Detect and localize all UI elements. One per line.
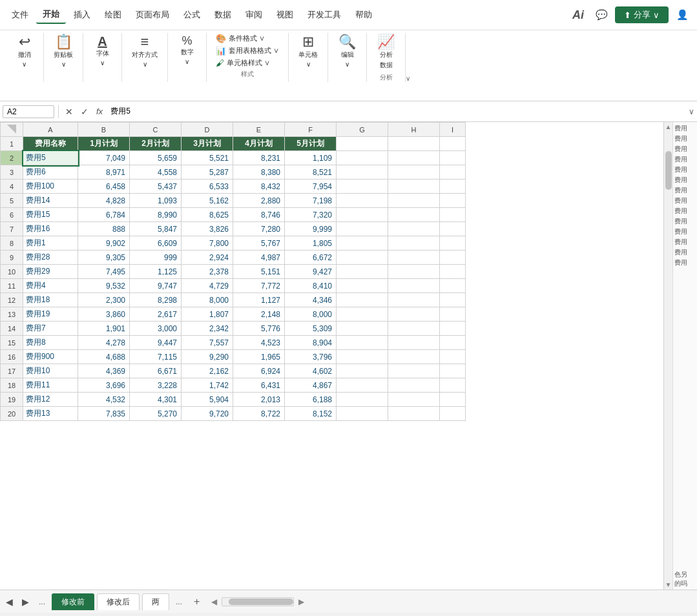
col-header-E[interactable]: E bbox=[233, 123, 285, 137]
header-cell-3[interactable]: 3月计划 bbox=[182, 137, 233, 151]
menu-start[interactable]: 开始 bbox=[36, 6, 66, 24]
cell-r13-c0[interactable]: 费用19 bbox=[23, 307, 78, 322]
cell-r11-c0[interactable]: 费用4 bbox=[23, 279, 78, 293]
header-cell-2[interactable]: 2月计划 bbox=[130, 137, 182, 151]
cell-r13-c2[interactable]: 2,617 bbox=[130, 307, 182, 322]
cell-r20-c0[interactable]: 费用13 bbox=[23, 407, 78, 421]
cell-r16-c4[interactable]: 1,965 bbox=[233, 350, 285, 364]
cell-r5-c1[interactable]: 4,828 bbox=[78, 194, 130, 208]
col-header-D[interactable]: D bbox=[182, 123, 233, 137]
cell-r3-c0[interactable]: 费用6 bbox=[23, 165, 78, 180]
menu-review[interactable]: 审阅 bbox=[239, 6, 269, 23]
cell-r20-c3[interactable]: 9,720 bbox=[182, 407, 233, 421]
cell-r14-c2[interactable]: 3,000 bbox=[130, 322, 182, 336]
table-format-button[interactable]: 📊 套用表格格式 ∨ bbox=[213, 45, 282, 56]
tab-nav-next[interactable]: ▶ bbox=[19, 595, 32, 608]
cell-r11-c2[interactable]: 9,747 bbox=[130, 279, 182, 293]
cell-r19-c5[interactable]: 6,188 bbox=[285, 393, 337, 407]
number-button[interactable]: % 数字 ∨ bbox=[176, 33, 199, 67]
cell-r2-c3[interactable]: 5,521 bbox=[182, 151, 233, 165]
cell-r11-c4[interactable]: 7,772 bbox=[233, 279, 285, 293]
cell-r6-c5[interactable]: 7,320 bbox=[285, 208, 337, 222]
row-num-19[interactable]: 19 bbox=[1, 393, 23, 407]
vertical-scrollbar[interactable]: ▲ ▼ bbox=[663, 122, 672, 590]
menu-formula[interactable]: 公式 bbox=[177, 6, 207, 23]
cell-r15-c2[interactable]: 9,447 bbox=[130, 336, 182, 350]
tab-both[interactable]: 两 bbox=[142, 593, 169, 610]
formula-dropdown-icon[interactable]: ∨ bbox=[689, 107, 694, 116]
cell-r7-c5[interactable]: 9,999 bbox=[285, 222, 337, 236]
row-num-20[interactable]: 20 bbox=[1, 407, 23, 421]
cell-r12-c3[interactable]: 8,000 bbox=[182, 293, 233, 307]
cell-r3-c5[interactable]: 8,521 bbox=[285, 165, 337, 180]
analysis-button[interactable]: 📈 分析 数据 bbox=[374, 33, 398, 72]
row-num-18[interactable]: 18 bbox=[1, 378, 23, 393]
cell-r20-c5[interactable]: 8,152 bbox=[285, 407, 337, 421]
tab-nav-prev[interactable]: ◀ bbox=[3, 595, 16, 608]
col-header-F[interactable]: F bbox=[285, 123, 337, 137]
col-header-I[interactable]: I bbox=[440, 123, 466, 137]
scroll-up-arrow[interactable]: ▲ bbox=[664, 122, 672, 132]
row-num-11[interactable]: 11 bbox=[1, 279, 23, 293]
row-num-7[interactable]: 7 bbox=[1, 222, 23, 236]
cell-r19-c1[interactable]: 4,532 bbox=[78, 393, 130, 407]
tab-after[interactable]: 修改后 bbox=[97, 593, 140, 610]
row-num-17[interactable]: 17 bbox=[1, 364, 23, 378]
cell-r15-c3[interactable]: 7,557 bbox=[182, 336, 233, 350]
share-button[interactable]: ⬆ 分享 ∨ bbox=[615, 6, 669, 23]
cell-r7-c4[interactable]: 7,280 bbox=[233, 222, 285, 236]
undo-button[interactable]: ↩ 撤消 ∨ bbox=[13, 33, 36, 70]
tab-nav-dots[interactable]: ... bbox=[35, 596, 49, 608]
cell-r16-c1[interactable]: 4,688 bbox=[78, 350, 130, 364]
cell-r10-c0[interactable]: 费用29 bbox=[23, 265, 78, 279]
menu-data[interactable]: 数据 bbox=[208, 6, 238, 23]
cell-r10-c3[interactable]: 2,378 bbox=[182, 265, 233, 279]
cell-r7-c2[interactable]: 5,847 bbox=[130, 222, 182, 236]
cell-r6-c2[interactable]: 8,990 bbox=[130, 208, 182, 222]
horizontal-scrollbar[interactable] bbox=[222, 597, 294, 606]
cell-r4-c4[interactable]: 8,432 bbox=[233, 180, 285, 194]
cell-r9-c3[interactable]: 2,924 bbox=[182, 251, 233, 265]
cell-r2-c1[interactable]: 7,049 bbox=[78, 151, 130, 165]
cell-r12-c0[interactable]: 费用18 bbox=[23, 293, 78, 307]
menu-file[interactable]: 文件 bbox=[5, 6, 35, 23]
cell-r8-c4[interactable]: 5,767 bbox=[233, 236, 285, 251]
cell-r6-c4[interactable]: 8,746 bbox=[233, 208, 285, 222]
cell-r17-c0[interactable]: 费用10 bbox=[23, 364, 78, 378]
cell-r13-c3[interactable]: 1,807 bbox=[182, 307, 233, 322]
cell-r5-c0[interactable]: 费用14 bbox=[23, 194, 78, 208]
cell-r8-c5[interactable]: 1,805 bbox=[285, 236, 337, 251]
cell-r10-c1[interactable]: 7,495 bbox=[78, 265, 130, 279]
cell-r16-c5[interactable]: 3,796 bbox=[285, 350, 337, 364]
cell-r19-c3[interactable]: 5,904 bbox=[182, 393, 233, 407]
cell-r7-c3[interactable]: 3,826 bbox=[182, 222, 233, 236]
header-cell-5[interactable]: 5月计划 bbox=[285, 137, 337, 151]
cell-r11-c5[interactable]: 8,410 bbox=[285, 279, 337, 293]
cell-r18-c1[interactable]: 3,696 bbox=[78, 378, 130, 393]
cell-r18-c5[interactable]: 4,867 bbox=[285, 378, 337, 393]
cells-button[interactable]: ⊞ 单元格 ∨ bbox=[295, 33, 321, 70]
cell-r6-c3[interactable]: 8,625 bbox=[182, 208, 233, 222]
row-num-8[interactable]: 8 bbox=[1, 236, 23, 251]
scroll-thumb-v[interactable] bbox=[665, 151, 672, 190]
cell-r4-c2[interactable]: 5,437 bbox=[130, 180, 182, 194]
editing-button[interactable]: 🔍 编辑 ∨ bbox=[335, 33, 359, 70]
cell-r9-c2[interactable]: 999 bbox=[130, 251, 182, 265]
cell-r3-c1[interactable]: 8,971 bbox=[78, 165, 130, 180]
user-icon[interactable]: 👤 bbox=[672, 5, 692, 25]
cell-r13-c4[interactable]: 2,148 bbox=[233, 307, 285, 322]
cell-r14-c0[interactable]: 费用7 bbox=[23, 322, 78, 336]
cancel-formula-icon[interactable]: ✕ bbox=[63, 105, 76, 118]
cell-r14-c1[interactable]: 1,901 bbox=[78, 322, 130, 336]
cell-r6-c0[interactable]: 费用15 bbox=[23, 208, 78, 222]
confirm-formula-icon[interactable]: ✓ bbox=[78, 105, 91, 118]
cell-style-button[interactable]: 🖌 单元格样式 ∨ bbox=[213, 57, 282, 68]
cell-r19-c0[interactable]: 费用12 bbox=[23, 393, 78, 407]
cell-r15-c0[interactable]: 费用8 bbox=[23, 336, 78, 350]
tab-before[interactable]: 修改前 bbox=[52, 593, 94, 610]
cell-r19-c4[interactable]: 2,013 bbox=[233, 393, 285, 407]
cell-r7-c1[interactable]: 888 bbox=[78, 222, 130, 236]
cell-r18-c0[interactable]: 费用11 bbox=[23, 378, 78, 393]
scroll-h-right[interactable]: ▶ bbox=[298, 597, 304, 606]
col-header-G[interactable]: G bbox=[337, 123, 388, 137]
